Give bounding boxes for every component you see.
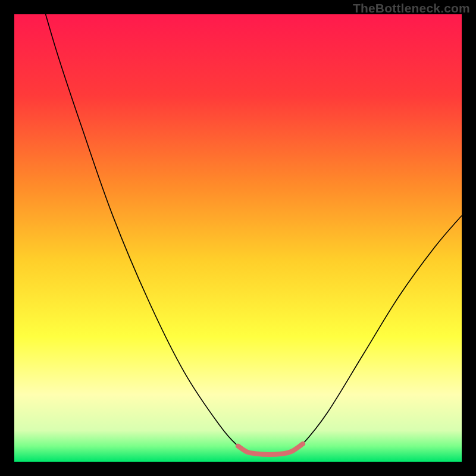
chart-svg (14, 14, 462, 462)
gradient-background (14, 14, 462, 462)
watermark-text: TheBottleneck.com (353, 1, 470, 15)
chart-frame: TheBottleneck.com (0, 0, 476, 476)
plot-area (14, 14, 462, 462)
